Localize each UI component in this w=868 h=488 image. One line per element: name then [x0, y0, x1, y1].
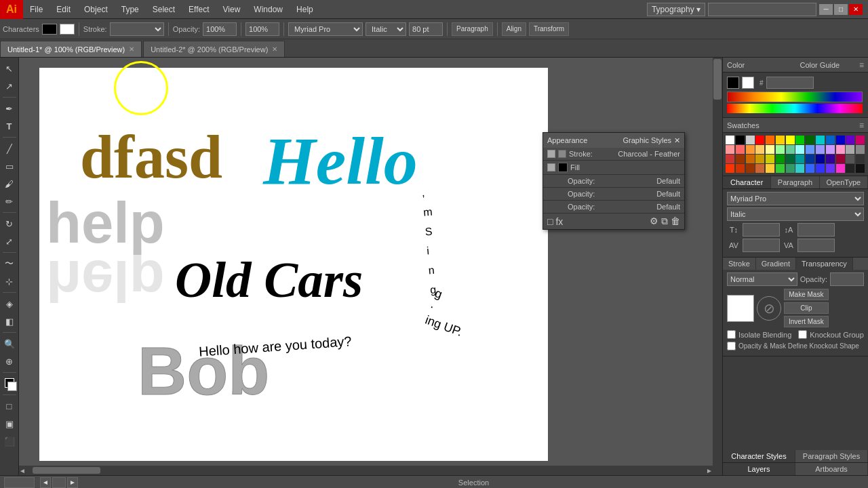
swatch-cell[interactable] — [816, 164, 825, 173]
swatch-cell[interactable] — [806, 145, 814, 154]
make-mask-button[interactable]: Make Mask — [784, 289, 829, 300]
swatch-cell[interactable] — [736, 145, 745, 154]
swatch-cell[interactable] — [776, 155, 785, 163]
swatch-cell[interactable] — [746, 155, 755, 163]
rect-tool[interactable]: ▭ — [1, 158, 18, 174]
mask-white-swatch[interactable] — [727, 295, 754, 322]
swatch-cell[interactable] — [786, 136, 795, 144]
swatch-cell[interactable] — [736, 136, 745, 144]
fill-indicator[interactable] — [1, 375, 18, 392]
knockout-group-checkbox[interactable] — [798, 330, 807, 339]
ap-close-icon[interactable]: ✕ — [674, 136, 680, 145]
swatch-cell[interactable] — [766, 136, 774, 144]
leading-field[interactable]: 10 pt — [797, 223, 835, 237]
font-style-select[interactable]: Italic — [727, 207, 864, 221]
swatch-cell[interactable] — [755, 136, 764, 144]
kerning-field[interactable]: (0) — [743, 239, 780, 252]
color-guide-title[interactable]: Color Guide — [800, 61, 860, 69]
menu-object[interactable]: Object — [77, 0, 115, 19]
color-panel-menu-icon[interactable]: ≡ — [859, 60, 864, 70]
horizontal-scrollbar[interactable]: ◄ ► — [19, 466, 713, 475]
swatch-cell[interactable] — [726, 164, 734, 173]
swatch-cell[interactable] — [836, 155, 845, 163]
pen-tool[interactable]: ✒ — [1, 100, 18, 117]
appearance-panel-header[interactable]: Appearance Graphic Styles ✕ — [543, 133, 684, 148]
clip-button[interactable]: Clip — [784, 302, 829, 314]
swatch-cell[interactable] — [795, 164, 804, 173]
horizontal-scroll-thumb[interactable] — [33, 467, 100, 474]
swatch-cell[interactable] — [755, 145, 764, 154]
search-input[interactable] — [708, 3, 816, 16]
ap-settings-icon[interactable]: ⚙ — [650, 216, 658, 227]
swatch-cell[interactable] — [795, 145, 804, 154]
fill-visibility-btn[interactable] — [547, 163, 555, 171]
page-number-input[interactable]: 1 — [52, 477, 66, 488]
menu-file[interactable]: File — [23, 0, 50, 19]
pencil-tool[interactable]: ✏ — [1, 193, 18, 209]
menu-help[interactable]: Help — [290, 0, 320, 19]
swatches-panel-header[interactable]: Swatches ≡ — [723, 118, 868, 133]
swatch-cell[interactable] — [856, 155, 865, 163]
stroke-color-indicator[interactable] — [558, 150, 566, 158]
menu-select[interactable]: Select — [146, 0, 182, 19]
swatch-cell[interactable] — [856, 136, 865, 144]
fg-color-swatch[interactable] — [727, 77, 739, 89]
swatch-cell[interactable] — [826, 155, 835, 163]
swatch-cell[interactable] — [806, 164, 814, 173]
swatch-cell[interactable] — [786, 155, 795, 163]
font-size-field[interactable]: 80 pt — [743, 223, 780, 237]
scroll-right-btn[interactable]: ► — [706, 467, 713, 474]
swatch-cell[interactable] — [846, 145, 854, 154]
font-dropdown[interactable]: Myriad Pro — [288, 22, 363, 36]
swatch-cell[interactable] — [856, 164, 865, 173]
zoom-input-status[interactable]: 100% — [4, 477, 35, 488]
tab-layers[interactable]: Layers — [723, 463, 795, 475]
menu-edit[interactable]: Edit — [50, 0, 77, 19]
blend-mode-select[interactable]: Normal — [727, 272, 797, 286]
tab-stroke[interactable]: Stroke — [723, 258, 756, 270]
fill-swatch-toolbar[interactable] — [42, 24, 57, 35]
swatch-cell[interactable] — [766, 164, 774, 173]
selection-tool[interactable]: ↖ — [1, 60, 18, 77]
isolate-blending-checkbox[interactable] — [727, 330, 736, 339]
text-dfasd[interactable]: dfasd — [80, 122, 222, 192]
ap-delete-icon[interactable]: 🗑 — [671, 216, 680, 227]
swatch-cell[interactable] — [836, 145, 845, 154]
tab-opentype[interactable]: OpenType — [820, 176, 868, 188]
swatch-cell[interactable] — [826, 136, 835, 144]
tab-gradient[interactable]: Gradient — [756, 258, 796, 270]
swatch-cell[interactable] — [816, 136, 825, 144]
swatch-cell[interactable] — [776, 145, 785, 154]
doc-tab-2[interactable]: Untitled-2* @ 200% (RGB/Preview) ✕ — [143, 41, 285, 57]
graphic-styles-title[interactable]: Graphic Styles — [623, 136, 671, 144]
opacity-input[interactable] — [203, 22, 237, 36]
swatch-cell[interactable] — [736, 155, 745, 163]
swatch-cell[interactable] — [806, 155, 814, 163]
text-hello[interactable]: Hello — [263, 122, 418, 200]
swatch-cell[interactable] — [736, 164, 745, 173]
stroke-visibility-btn[interactable] — [547, 150, 555, 158]
ap-fx-icon[interactable]: fx — [555, 216, 563, 227]
minimize-button[interactable]: ─ — [819, 4, 833, 15]
swatch-cell[interactable] — [826, 145, 835, 154]
ap-copy-icon[interactable]: ⧉ — [661, 216, 668, 227]
stroke-dropdown[interactable] — [110, 22, 164, 36]
menu-window[interactable]: Window — [247, 0, 290, 19]
swatch-cell[interactable] — [776, 136, 785, 144]
typography-dropdown[interactable]: Typography ▾ — [647, 3, 705, 16]
next-page-btn[interactable]: ► — [67, 477, 78, 488]
font-name-select[interactable]: Myriad Pro — [727, 192, 864, 205]
color-spectrum-bar[interactable] — [727, 104, 863, 113]
swatch-cell[interactable] — [795, 155, 804, 163]
text-help[interactable]: help — [46, 190, 165, 256]
prev-page-btn[interactable]: ◄ — [40, 477, 51, 488]
menu-effect[interactable]: Effect — [182, 0, 216, 19]
swatch-cell[interactable] — [726, 145, 734, 154]
line-tool[interactable]: ╱ — [1, 140, 18, 157]
swatch-cell[interactable] — [836, 164, 845, 173]
doc-tab-1[interactable]: Untitled-1* @ 100% (RGB/Preview) ✕ — [0, 41, 142, 57]
text-old-cars[interactable]: Old Cars — [175, 251, 363, 309]
vertical-scroll-thumb[interactable] — [713, 59, 722, 100]
swatch-cell[interactable] — [766, 155, 774, 163]
swatch-cell[interactable] — [846, 136, 854, 144]
